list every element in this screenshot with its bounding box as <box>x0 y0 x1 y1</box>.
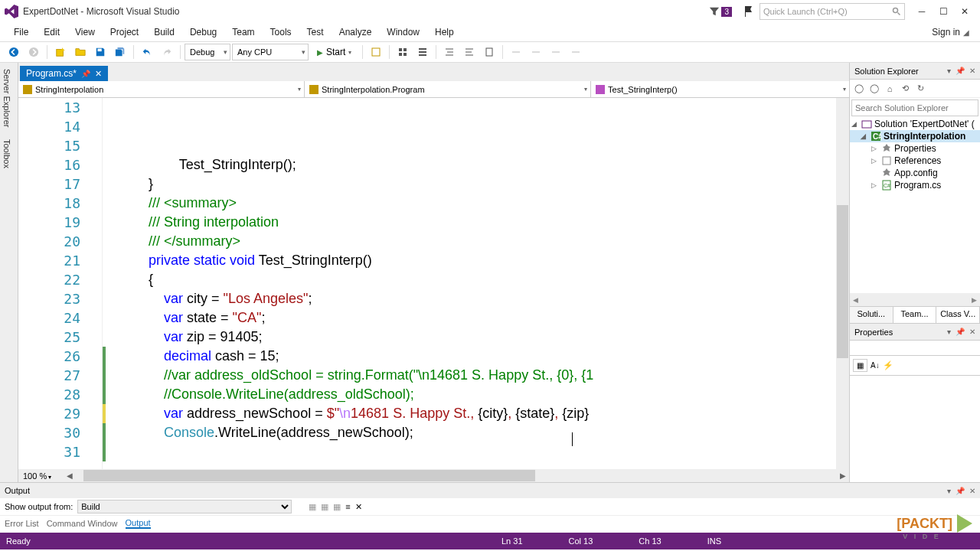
maximize-button[interactable]: ☐ <box>933 6 954 17</box>
props-close-icon[interactable]: ✕ <box>969 328 975 336</box>
scroll-right-icon[interactable]: ▶ <box>836 471 849 480</box>
tree-properties[interactable]: ▷Properties <box>850 142 980 155</box>
panel-dropdown-icon[interactable]: ▾ <box>947 67 951 75</box>
start-button[interactable]: ▶Start▾ <box>310 44 358 60</box>
output-tab-output[interactable]: Output <box>126 518 151 529</box>
nav-fwd-button[interactable] <box>24 44 43 60</box>
app-title: ExpertDotNet - Microsoft Visual Studio <box>23 6 180 17</box>
svg-rect-6 <box>486 48 492 56</box>
nav-namespace[interactable]: StringInterpolation <box>18 81 305 97</box>
open-file-button[interactable] <box>71 44 90 60</box>
panel-tab-solution[interactable]: Soluti... <box>850 307 893 323</box>
panel-tab-classview[interactable]: Class V... <box>936 307 980 323</box>
platform-dropdown[interactable]: Any CPU <box>232 44 309 60</box>
menu-window[interactable]: Window <box>379 27 427 37</box>
nav-back-button[interactable] <box>5 44 23 60</box>
output-dropdown-icon[interactable]: ▾ <box>947 487 951 495</box>
tb-icon-6[interactable] <box>480 44 498 60</box>
tb-icon-9[interactable] <box>547 44 565 60</box>
se-fwd-icon[interactable]: ◯ <box>868 83 880 95</box>
output-tool-1[interactable]: ▦ <box>309 502 316 512</box>
menu-team[interactable]: Team <box>224 27 262 37</box>
solution-search-input[interactable] <box>851 99 978 116</box>
props-dropdown-icon[interactable]: ▾ <box>947 328 951 336</box>
svg-rect-7 <box>23 85 32 94</box>
vertical-scrollbar[interactable] <box>836 98 849 469</box>
output-close-icon[interactable]: ✕ <box>969 487 975 495</box>
menu-edit[interactable]: Edit <box>36 27 67 37</box>
solution-explorer-header: Solution Explorer ▾📌✕ <box>850 63 980 80</box>
horizontal-scrollbar[interactable]: 100 % ◀ ▶ <box>18 469 849 482</box>
output-tab-errorlist[interactable]: Error List <box>5 519 39 528</box>
new-project-button[interactable] <box>51 44 70 60</box>
tb-icon-8[interactable] <box>527 44 545 60</box>
signin-link[interactable]: Sign in◢ <box>932 27 974 37</box>
props-az-icon[interactable]: A↓ <box>871 361 880 370</box>
panel-pin-icon[interactable]: 📌 <box>956 67 965 75</box>
redo-button[interactable] <box>158 44 176 60</box>
tb-icon-4[interactable] <box>440 44 459 60</box>
nav-method[interactable]: Test_StringInterp() <box>591 81 849 97</box>
output-tool-4[interactable]: ≡ <box>345 502 350 511</box>
se-refresh-icon[interactable]: ↻ <box>914 83 926 95</box>
document-tab[interactable]: Program.cs* 📌 ✕ <box>20 66 108 81</box>
menu-analyze[interactable]: Analyze <box>332 27 380 37</box>
server-explorer-tab[interactable]: Server Explorer <box>0 63 18 133</box>
tb-icon-7[interactable] <box>507 44 525 60</box>
tb-icon-2[interactable] <box>394 44 412 60</box>
tb-icon-1[interactable] <box>367 44 385 60</box>
status-line: Ln 31 <box>501 536 523 546</box>
undo-button[interactable] <box>138 44 156 60</box>
output-tab-cmdwin[interactable]: Command Window <box>47 519 118 528</box>
menu-help[interactable]: Help <box>427 27 462 37</box>
toolbox-tab[interactable]: Toolbox <box>0 133 18 174</box>
props-cat-icon[interactable]: ▦ <box>853 359 867 372</box>
panel-close-icon[interactable]: ✕ <box>969 67 975 75</box>
props-pin-icon[interactable]: 📌 <box>956 328 965 336</box>
scroll-left-icon[interactable]: ◀ <box>63 471 76 480</box>
save-button[interactable] <box>91 44 109 60</box>
menu-file[interactable]: File <box>6 27 36 37</box>
props-events-icon[interactable]: ⚡ <box>883 360 893 370</box>
output-tool-2[interactable]: ▦ <box>321 502 328 512</box>
se-back-icon[interactable]: ◯ <box>853 83 865 95</box>
output-source-dropdown[interactable]: Build <box>77 500 292 514</box>
se-home-icon[interactable]: ⌂ <box>884 83 896 95</box>
menu-project[interactable]: Project <box>103 27 146 37</box>
tb-icon-10[interactable] <box>567 44 585 60</box>
output-tool-3[interactable]: ▦ <box>333 502 341 512</box>
vs-logo-icon <box>5 5 18 18</box>
tree-project[interactable]: ◢C#StringInterpolation <box>850 130 980 142</box>
se-hscroll[interactable]: ◀▶ <box>850 293 980 306</box>
minimize-button[interactable]: ─ <box>911 6 933 17</box>
save-all-button[interactable] <box>111 44 129 60</box>
config-dropdown[interactable]: Debug <box>185 44 230 60</box>
menu-build[interactable]: Build <box>146 27 182 37</box>
zoom-dropdown[interactable]: 100 % <box>18 471 63 481</box>
menu-test[interactable]: Test <box>299 27 332 37</box>
close-button[interactable]: ✕ <box>954 6 975 17</box>
tb-icon-5[interactable] <box>460 44 479 60</box>
menu-tools[interactable]: Tools <box>263 27 299 37</box>
pin-icon[interactable]: 📌 <box>81 70 90 78</box>
watermark-logo: [PACKT] V I D E <box>897 514 972 533</box>
quicklaunch-input[interactable]: Quick Launch (Ctrl+Q) <box>760 3 905 20</box>
flag-icon[interactable] <box>743 5 755 18</box>
solution-tree[interactable]: ◢Solution 'ExpertDotNet' ( ◢C#StringInte… <box>850 118 980 293</box>
status-ready: Ready <box>6 536 31 546</box>
tb-icon-3[interactable] <box>413 44 432 60</box>
panel-tab-team[interactable]: Team... <box>893 307 937 323</box>
menu-debug[interactable]: Debug <box>182 27 224 37</box>
se-sync-icon[interactable]: ⟲ <box>899 83 911 95</box>
output-tool-5[interactable]: ✕ <box>355 502 362 512</box>
nav-class[interactable]: StringInterpolation.Program <box>305 81 591 97</box>
tree-solution[interactable]: ◢Solution 'ExpertDotNet' ( <box>850 118 980 130</box>
close-tab-icon[interactable]: ✕ <box>95 69 102 79</box>
menu-view[interactable]: View <box>67 27 103 37</box>
tree-programcs[interactable]: ▷C#Program.cs <box>850 179 980 191</box>
tree-references[interactable]: ▷References <box>850 155 980 167</box>
code-editor[interactable]: 13141516171819202122232425262728293031 T… <box>18 98 849 469</box>
tree-appconfig[interactable]: App.config <box>850 167 980 179</box>
notification-filter[interactable]: 3 <box>709 6 732 17</box>
output-pin-icon[interactable]: 📌 <box>956 487 965 495</box>
